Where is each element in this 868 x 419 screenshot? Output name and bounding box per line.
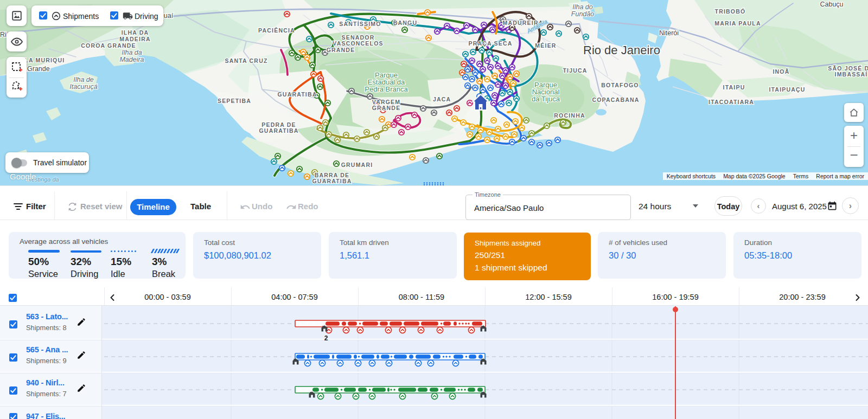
svg-text:INOÃ: INOÃ	[773, 68, 789, 75]
svg-text:BANGU: BANGU	[393, 20, 418, 26]
svg-text:COPACABANA: COPACABANA	[592, 96, 639, 103]
svg-text:Fundão: Fundão	[571, 10, 594, 18]
svg-text:TRIBOBÓ: TRIBOBÓ	[715, 8, 746, 15]
svg-text:ITAIPU: ITAIPU	[723, 84, 745, 91]
svg-text:VASCONCELOS: VASCONCELOS	[333, 40, 384, 47]
svg-text:da Tijuca: da Tijuca	[532, 95, 560, 103]
svg-text:Ilha de: Ilha de	[73, 76, 94, 83]
svg-text:GRANDE: GRANDE	[372, 105, 401, 111]
svg-text:TIJUCA: TIJUCA	[563, 67, 587, 74]
svg-text:COROA GRANDE: COROA GRANDE	[81, 42, 136, 49]
svg-text:ITACOATIARA: ITACOATIARA	[709, 99, 754, 105]
svg-text:Pedra Branca: Pedra Branca	[365, 85, 408, 93]
svg-text:Ilha do: Ilha do	[572, 3, 593, 11]
svg-text:GUARATIBA: GUARATIBA	[259, 127, 298, 134]
svg-text:SEPETIBA: SEPETIBA	[218, 98, 251, 104]
svg-text:2: 2	[324, 334, 328, 342]
svg-text:SANTÍSSIMO: SANTÍSSIMO	[339, 21, 381, 27]
svg-text:GRANDE: GRANDE	[327, 47, 355, 53]
svg-text:MÉIER: MÉIER	[535, 42, 556, 49]
svg-text:GUARATIBA: GUARATIBA	[312, 178, 352, 184]
svg-text:IMBASSAÍ: IMBASSAÍ	[835, 71, 868, 78]
svg-text:Ilha da: Ilha da	[122, 49, 142, 56]
svg-text:Rio de Janeiro: Rio de Janeiro	[583, 43, 660, 57]
svg-text:Itacuruçá: Itacuruçá	[69, 83, 97, 91]
svg-text:MARIA PAULA: MARIA PAULA	[714, 20, 761, 27]
svg-text:ILHA DA: ILHA DA	[122, 29, 149, 36]
svg-text:ROCINHA: ROCINHA	[554, 112, 585, 119]
svg-text:ITAIPUAÇU: ITAIPUAÇU	[769, 86, 805, 93]
svg-text:BOTAFOGO: BOTAFOGO	[601, 82, 639, 88]
svg-text:Grande: Grande	[27, 65, 50, 73]
svg-text:SANTA CRUZ: SANTA CRUZ	[225, 57, 267, 64]
svg-text:MADEIRA: MADEIRA	[119, 36, 150, 42]
svg-text:Niterói: Niterói	[659, 29, 679, 37]
svg-text:PACIÊNCIA: PACIÊNCIA	[258, 27, 295, 34]
svg-text:GRUMARI: GRUMARI	[341, 162, 373, 168]
svg-text:Ri: Ri	[0, 31, 7, 38]
svg-text:JACA: JACA	[433, 96, 451, 102]
svg-text:PRAÇA SECA: PRAÇA SECA	[468, 40, 512, 47]
svg-text:GUARATIBA: GUARATIBA	[277, 91, 317, 98]
svg-text:Cabuçu: Cabuçu	[820, 1, 843, 8]
svg-text:Madeira: Madeira	[119, 56, 144, 63]
